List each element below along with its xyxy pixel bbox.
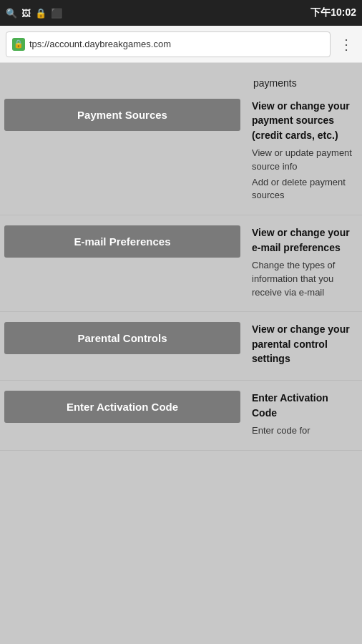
btn-col-0: Payment Sources xyxy=(4,96,248,208)
status-left-icons: 🔍 🖼 🔒 ⬛ xyxy=(6,8,62,19)
desc-col-1: View or change your e-mail preferencesCh… xyxy=(248,223,358,304)
desc-col-3: Enter Activation CodeEnter code for xyxy=(248,388,358,442)
ssl-lock-icon: 🔒 xyxy=(12,38,25,51)
btn-col-3: Enter Activation Code xyxy=(4,388,248,442)
section-main-desc-2: View or change your parental control set… xyxy=(252,322,353,366)
browser-menu-button[interactable]: ⋮ xyxy=(336,33,356,56)
section-main-desc-1: View or change your e-mail preferences xyxy=(252,225,353,255)
notification-icon: ⬛ xyxy=(51,8,62,19)
section-main-desc-0: View or change your payment sources (cre… xyxy=(252,99,353,142)
section-button-2[interactable]: Parental Controls xyxy=(4,322,240,354)
status-bar: 🔍 🖼 🔒 ⬛ 下午10:02 xyxy=(0,0,362,26)
main-content: payments Payment SourcesView or change y… xyxy=(0,63,362,451)
section-row-0: Payment SourcesView or change your payme… xyxy=(0,89,362,215)
section-button-3[interactable]: Enter Activation Code xyxy=(4,391,240,423)
url-text: tps://account.daybreakgames.com xyxy=(29,39,171,49)
image-icon: 🖼 xyxy=(21,8,31,19)
browser-chrome: 🔒 tps://account.daybreakgames.com ⋮ xyxy=(0,26,362,63)
section-button-1[interactable]: E-mail Preferences xyxy=(4,225,240,258)
lock-status-icon: 🔒 xyxy=(35,8,47,19)
section-row-3: Enter Activation CodeEnter Activation Co… xyxy=(0,381,362,450)
btn-col-1: E-mail Preferences xyxy=(4,223,248,304)
section-row-2: Parental ControlsView or change your par… xyxy=(0,312,362,381)
url-bar[interactable]: 🔒 tps://account.daybreakgames.com xyxy=(6,31,331,57)
section-button-0[interactable]: Payment Sources xyxy=(4,99,240,131)
partial-payments-row: payments xyxy=(0,63,362,89)
section-sub-desc-0-0: View or update payment source info xyxy=(252,147,353,174)
desc-col-2: View or change your parental control set… xyxy=(248,319,358,373)
section-main-desc-3: Enter Activation Code xyxy=(252,391,353,420)
status-time: 下午10:02 xyxy=(310,6,356,19)
section-sub-desc-3-0: Enter code for xyxy=(252,424,353,438)
payments-partial-text: payments xyxy=(253,77,297,89)
desc-col-0: View or change your payment sources (cre… xyxy=(248,96,358,208)
section-row-1: E-mail PreferencesView or change your e-… xyxy=(0,215,362,312)
search-icon: 🔍 xyxy=(6,8,17,19)
btn-col-2: Parental Controls xyxy=(4,319,248,373)
section-sub-desc-1-0: Change the types of information that you… xyxy=(252,259,353,300)
section-sub-desc-0-1: Add or delete payment sources xyxy=(252,176,353,203)
